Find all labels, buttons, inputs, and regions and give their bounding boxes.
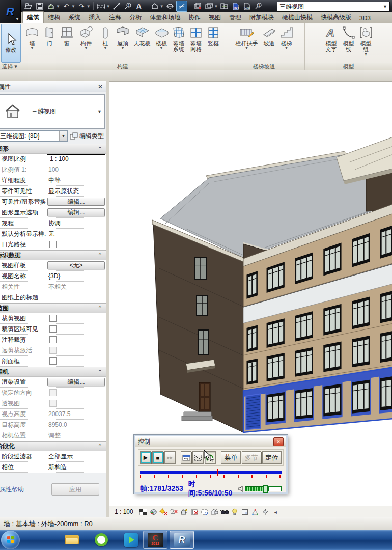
collapse-arrow-icon[interactable]: ◂ (271, 508, 280, 516)
property-row[interactable]: 相位新构造 (0, 462, 106, 473)
dialog-title-bar[interactable]: 控制 ✕ (135, 436, 286, 447)
component-button[interactable]: 构件▼ (76, 24, 96, 50)
sun-path-icon[interactable] (159, 508, 168, 516)
roof-button[interactable]: 屋顶▼ (115, 24, 131, 50)
fit-window-toggle[interactable] (181, 451, 192, 464)
text-button[interactable]: A (134, 1, 144, 11)
property-row[interactable]: 图纸上的标题 (0, 292, 106, 303)
view-title-combobox[interactable]: 三维视图 ▼ (277, 2, 390, 12)
measure-button[interactable] (96, 1, 106, 11)
edit-button[interactable]: 编辑... (47, 198, 105, 206)
locate-button[interactable]: 定位 (262, 451, 282, 464)
progress-bar[interactable] (140, 471, 282, 474)
volume-bar-empty[interactable] (268, 486, 282, 491)
export-cad-plugin-button[interactable]: CAD (242, 1, 252, 11)
close-icon[interactable]: ✕ (96, 83, 104, 90)
default-3d-view-button[interactable] (150, 1, 160, 11)
hide-analytical-model-icon[interactable] (251, 508, 260, 516)
tab-addins[interactable]: 附加模块 (245, 12, 278, 23)
full-screen-toggle[interactable] (192, 451, 204, 464)
chevron-down-icon[interactable]: ▼ (106, 4, 110, 9)
edit-type-button[interactable]: 编辑类型 (70, 132, 105, 141)
volume-control[interactable] (238, 485, 282, 493)
tab-structure[interactable]: 结构 (44, 12, 64, 23)
railing-button[interactable]: 栏杆扶手▼ (234, 24, 260, 50)
file-explorer-button[interactable] (64, 532, 80, 548)
property-row[interactable]: 视图样板<无> (0, 260, 106, 271)
section-button[interactable] (165, 1, 175, 11)
checkbox[interactable] (49, 336, 57, 343)
section-phasing[interactable]: 阶段化⌃ (0, 441, 106, 451)
menu-button[interactable]: 菜单 (221, 451, 240, 464)
property-row[interactable]: 默认分析显示样...无 (0, 229, 106, 239)
revit-taskbar-button[interactable]: R (170, 531, 194, 549)
unlocked-3d-view-icon[interactable] (210, 508, 219, 516)
open-button[interactable] (23, 1, 34, 11)
show-crop-region-icon[interactable] (200, 508, 209, 516)
screen-recorder-button[interactable]: C2012 (143, 531, 167, 549)
progress-track[interactable] (140, 470, 282, 478)
switch-windows-button[interactable] (204, 1, 214, 11)
checkbox[interactable] (49, 325, 57, 333)
ramp-button[interactable]: 坡道 (261, 24, 277, 46)
curtain-grid-button[interactable]: 幕墙 网格 (188, 24, 204, 52)
edit-button[interactable]: 编辑... (47, 378, 105, 386)
apply-button[interactable]: 应用 (51, 483, 99, 496)
property-row[interactable]: 详细程度中等 (0, 175, 106, 186)
checkbox[interactable] (49, 315, 57, 322)
model-text-button[interactable]: A 模型 文字 (323, 24, 340, 52)
media-player-button[interactable] (123, 532, 139, 548)
floor-button[interactable]: 楼板▼ (153, 24, 170, 50)
crop-view-icon[interactable] (190, 508, 199, 516)
wall-button[interactable]: 墙▼ (24, 24, 40, 50)
tag-by-category-button[interactable]: 1 (123, 1, 133, 11)
property-row[interactable]: 渲染设置编辑... (0, 377, 106, 388)
property-row[interactable]: 视图比例1 : 100 (0, 154, 106, 164)
view-scale[interactable]: 1 : 100 (115, 508, 133, 515)
view-template-button[interactable]: <无> (47, 261, 105, 269)
close-button[interactable]: ✕ (273, 437, 284, 446)
tab-glsmodel-pro[interactable]: 快模高级版 (317, 12, 355, 23)
property-row[interactable]: 日光路径 (0, 239, 106, 250)
tab-manage[interactable]: 管理 (225, 12, 245, 23)
column-button[interactable]: 柱▼ (97, 24, 114, 50)
visual-style-icon[interactable] (149, 508, 158, 516)
tab-massing-site[interactable]: 体量和场地 (146, 12, 184, 23)
start-button[interactable] (1, 531, 20, 549)
property-row[interactable]: 图形显示选项编辑... (0, 207, 106, 218)
stop-button[interactable]: ■ (152, 451, 163, 464)
properties-help-link[interactable]: 属性帮助 (0, 485, 24, 494)
fast-forward-button[interactable]: ▸▸ (164, 451, 176, 464)
tab-glsmodel[interactable]: 橄榄山快模 (278, 12, 317, 23)
tab-3d3[interactable]: 3D3 (355, 13, 375, 23)
transfer-standards-button[interactable] (219, 1, 230, 11)
redo-button[interactable]: ↷ (76, 1, 87, 11)
ceiling-button[interactable]: 天花板 (132, 24, 152, 46)
synchronize-button[interactable] (46, 1, 56, 11)
detail-level-icon[interactable] (139, 508, 148, 516)
tab-insert[interactable]: 插入 (85, 12, 105, 23)
application-menu-button[interactable]: R ▼ (0, 0, 21, 23)
section-camera[interactable]: 相机⌃ (0, 367, 106, 377)
close-hidden-windows-button[interactable] (193, 1, 203, 11)
volume-bar[interactable] (245, 486, 265, 491)
multi-section-button[interactable]: 多节 (242, 451, 261, 464)
door-button[interactable]: 门 (41, 24, 58, 46)
modify-button[interactable]: 修改 (1, 24, 21, 63)
section-graphics[interactable]: 图形⌃ (0, 144, 106, 154)
property-row[interactable]: 阶段过滤器全部显示 (0, 451, 106, 462)
property-row[interactable]: 零件可见性显示原状态 (0, 186, 106, 197)
section-extents[interactable]: 范围⌃ (0, 303, 106, 313)
browser-360-button[interactable] (93, 532, 109, 548)
section-identity-data[interactable]: 标识数据⌃ (0, 250, 106, 260)
property-row[interactable]: 裁剪区域可见 (0, 324, 106, 335)
tab-systems[interactable]: 系统 (64, 12, 85, 23)
temporary-view-properties-icon[interactable] (241, 508, 249, 516)
save-rvt-plugin-button[interactable]: RVT (231, 1, 241, 11)
model-group-button[interactable]: 模型 组▼ (358, 24, 374, 56)
tab-architecture[interactable]: 建筑 (22, 11, 44, 23)
property-row[interactable]: 视图名称{3D} (0, 271, 106, 282)
edit-button[interactable]: 编辑... (47, 208, 105, 216)
highlight-displacement-sets-icon[interactable] (261, 508, 270, 516)
tab-view[interactable]: 视图 (205, 12, 225, 23)
